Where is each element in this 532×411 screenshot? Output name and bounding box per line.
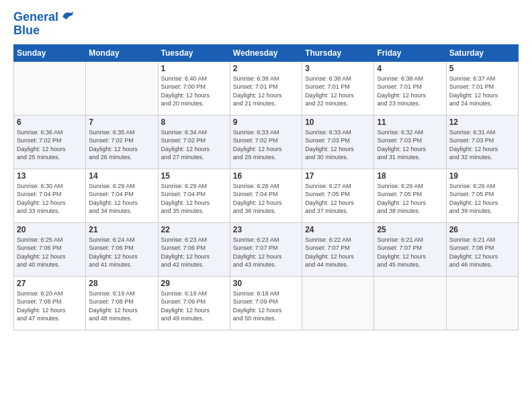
weekday-header-wednesday: Wednesday bbox=[230, 44, 302, 61]
calendar-row: 20Sunrise: 6:25 AM Sunset: 7:06 PM Dayli… bbox=[14, 222, 519, 276]
weekday-header-thursday: Thursday bbox=[302, 44, 374, 61]
day-number: 25 bbox=[377, 225, 443, 234]
day-number: 2 bbox=[233, 64, 299, 73]
day-info: Sunrise: 6:18 AM Sunset: 7:09 PM Dayligh… bbox=[233, 289, 299, 323]
weekday-header-sunday: Sunday bbox=[14, 44, 86, 61]
day-number: 4 bbox=[377, 64, 443, 73]
calendar-cell: 27Sunrise: 6:20 AM Sunset: 7:08 PM Dayli… bbox=[14, 276, 86, 330]
calendar-row: 1Sunrise: 6:40 AM Sunset: 7:00 PM Daylig… bbox=[14, 61, 519, 115]
header: General Blue bbox=[13, 11, 519, 38]
calendar-table: SundayMondayTuesdayWednesdayThursdayFrid… bbox=[13, 44, 519, 330]
logo-bird-icon bbox=[60, 10, 75, 22]
calendar-cell: 10Sunrise: 6:33 AM Sunset: 7:03 PM Dayli… bbox=[302, 115, 374, 169]
day-number: 3 bbox=[305, 64, 371, 73]
calendar-cell: 15Sunrise: 6:29 AM Sunset: 7:04 PM Dayli… bbox=[158, 169, 230, 222]
day-info: Sunrise: 6:31 AM Sunset: 7:03 PM Dayligh… bbox=[449, 128, 515, 162]
day-info: Sunrise: 6:28 AM Sunset: 7:04 PM Dayligh… bbox=[233, 182, 299, 216]
day-number: 14 bbox=[89, 171, 154, 181]
calendar-cell: 7Sunrise: 6:35 AM Sunset: 7:02 PM Daylig… bbox=[86, 115, 158, 169]
day-number: 26 bbox=[449, 225, 515, 234]
calendar-cell: 8Sunrise: 6:34 AM Sunset: 7:02 PM Daylig… bbox=[158, 115, 230, 169]
calendar-cell: 26Sunrise: 6:21 AM Sunset: 7:08 PM Dayli… bbox=[446, 222, 518, 276]
calendar-cell bbox=[446, 276, 518, 330]
day-number: 1 bbox=[161, 64, 227, 73]
day-info: Sunrise: 6:23 AM Sunset: 7:06 PM Dayligh… bbox=[161, 236, 227, 269]
calendar-row: 6Sunrise: 6:36 AM Sunset: 7:02 PM Daylig… bbox=[14, 115, 519, 169]
day-info: Sunrise: 6:30 AM Sunset: 7:04 PM Dayligh… bbox=[17, 182, 83, 216]
day-info: Sunrise: 6:22 AM Sunset: 7:07 PM Dayligh… bbox=[305, 236, 371, 269]
calendar-cell: 28Sunrise: 6:19 AM Sunset: 7:08 PM Dayli… bbox=[86, 276, 158, 330]
calendar-cell: 11Sunrise: 6:32 AM Sunset: 7:03 PM Dayli… bbox=[374, 115, 446, 169]
calendar-cell bbox=[374, 276, 446, 330]
day-number: 19 bbox=[449, 171, 515, 181]
calendar-cell: 29Sunrise: 6:19 AM Sunset: 7:09 PM Dayli… bbox=[158, 276, 230, 330]
day-info: Sunrise: 6:36 AM Sunset: 7:02 PM Dayligh… bbox=[17, 128, 83, 162]
calendar-cell: 14Sunrise: 6:29 AM Sunset: 7:04 PM Dayli… bbox=[86, 169, 158, 222]
day-info: Sunrise: 6:40 AM Sunset: 7:00 PM Dayligh… bbox=[161, 75, 227, 108]
day-info: Sunrise: 6:21 AM Sunset: 7:08 PM Dayligh… bbox=[449, 236, 515, 269]
day-number: 27 bbox=[17, 279, 83, 288]
day-number: 7 bbox=[89, 118, 154, 127]
day-info: Sunrise: 6:19 AM Sunset: 7:09 PM Dayligh… bbox=[161, 289, 227, 323]
calendar-cell bbox=[14, 61, 86, 115]
day-number: 24 bbox=[305, 225, 371, 234]
day-number: 8 bbox=[161, 118, 227, 127]
calendar-cell: 21Sunrise: 6:24 AM Sunset: 7:06 PM Dayli… bbox=[86, 222, 158, 276]
day-info: Sunrise: 6:24 AM Sunset: 7:06 PM Dayligh… bbox=[89, 236, 154, 269]
day-info: Sunrise: 6:19 AM Sunset: 7:08 PM Dayligh… bbox=[89, 289, 154, 323]
day-number: 18 bbox=[377, 171, 443, 181]
calendar-cell: 17Sunrise: 6:27 AM Sunset: 7:05 PM Dayli… bbox=[302, 169, 374, 222]
weekday-header-tuesday: Tuesday bbox=[158, 44, 230, 61]
day-number: 15 bbox=[161, 171, 227, 181]
day-info: Sunrise: 6:29 AM Sunset: 7:04 PM Dayligh… bbox=[89, 182, 154, 216]
weekday-header-monday: Monday bbox=[86, 44, 158, 61]
day-number: 11 bbox=[377, 118, 443, 127]
logo: General Blue bbox=[13, 11, 75, 38]
calendar-header-row: SundayMondayTuesdayWednesdayThursdayFrid… bbox=[14, 44, 519, 61]
day-number: 9 bbox=[233, 118, 299, 127]
calendar-cell: 20Sunrise: 6:25 AM Sunset: 7:06 PM Dayli… bbox=[14, 222, 86, 276]
day-info: Sunrise: 6:37 AM Sunset: 7:01 PM Dayligh… bbox=[449, 75, 515, 108]
day-number: 16 bbox=[233, 171, 299, 181]
day-info: Sunrise: 6:23 AM Sunset: 7:07 PM Dayligh… bbox=[233, 236, 299, 269]
weekday-header-friday: Friday bbox=[374, 44, 446, 61]
calendar-cell: 23Sunrise: 6:23 AM Sunset: 7:07 PM Dayli… bbox=[230, 222, 302, 276]
calendar-cell bbox=[302, 276, 374, 330]
day-info: Sunrise: 6:33 AM Sunset: 7:03 PM Dayligh… bbox=[305, 128, 371, 162]
calendar-cell: 5Sunrise: 6:37 AM Sunset: 7:01 PM Daylig… bbox=[446, 61, 518, 115]
day-number: 20 bbox=[17, 225, 83, 234]
calendar-cell: 30Sunrise: 6:18 AM Sunset: 7:09 PM Dayli… bbox=[230, 276, 302, 330]
day-number: 29 bbox=[161, 279, 227, 288]
day-info: Sunrise: 6:38 AM Sunset: 7:01 PM Dayligh… bbox=[377, 75, 443, 108]
calendar-cell: 6Sunrise: 6:36 AM Sunset: 7:02 PM Daylig… bbox=[14, 115, 86, 169]
calendar-cell: 13Sunrise: 6:30 AM Sunset: 7:04 PM Dayli… bbox=[14, 169, 86, 222]
day-number: 6 bbox=[17, 118, 83, 127]
day-number: 12 bbox=[449, 118, 515, 127]
day-info: Sunrise: 6:21 AM Sunset: 7:07 PM Dayligh… bbox=[377, 236, 443, 269]
day-info: Sunrise: 6:35 AM Sunset: 7:02 PM Dayligh… bbox=[89, 128, 154, 162]
calendar-cell: 9Sunrise: 6:33 AM Sunset: 7:02 PM Daylig… bbox=[230, 115, 302, 169]
calendar-cell: 22Sunrise: 6:23 AM Sunset: 7:06 PM Dayli… bbox=[158, 222, 230, 276]
day-number: 17 bbox=[305, 171, 371, 181]
day-number: 13 bbox=[17, 171, 83, 181]
day-info: Sunrise: 6:34 AM Sunset: 7:02 PM Dayligh… bbox=[161, 128, 227, 162]
day-number: 23 bbox=[233, 225, 299, 234]
day-number: 28 bbox=[89, 279, 154, 288]
day-number: 10 bbox=[305, 118, 371, 127]
day-info: Sunrise: 6:26 AM Sunset: 7:05 PM Dayligh… bbox=[377, 182, 443, 216]
calendar-cell: 1Sunrise: 6:40 AM Sunset: 7:00 PM Daylig… bbox=[158, 61, 230, 115]
calendar-row: 27Sunrise: 6:20 AM Sunset: 7:08 PM Dayli… bbox=[14, 276, 519, 330]
day-info: Sunrise: 6:38 AM Sunset: 7:01 PM Dayligh… bbox=[305, 75, 371, 108]
calendar-cell: 2Sunrise: 6:39 AM Sunset: 7:01 PM Daylig… bbox=[230, 61, 302, 115]
day-info: Sunrise: 6:26 AM Sunset: 7:05 PM Dayligh… bbox=[449, 182, 515, 216]
day-info: Sunrise: 6:33 AM Sunset: 7:02 PM Dayligh… bbox=[233, 128, 299, 162]
weekday-header-saturday: Saturday bbox=[446, 44, 518, 61]
calendar-cell: 16Sunrise: 6:28 AM Sunset: 7:04 PM Dayli… bbox=[230, 169, 302, 222]
logo-text2: Blue bbox=[13, 24, 75, 38]
logo-text: General bbox=[13, 11, 58, 24]
calendar-cell: 4Sunrise: 6:38 AM Sunset: 7:01 PM Daylig… bbox=[374, 61, 446, 115]
day-info: Sunrise: 6:39 AM Sunset: 7:01 PM Dayligh… bbox=[233, 75, 299, 108]
calendar-cell: 25Sunrise: 6:21 AM Sunset: 7:07 PM Dayli… bbox=[374, 222, 446, 276]
day-info: Sunrise: 6:25 AM Sunset: 7:06 PM Dayligh… bbox=[17, 236, 83, 269]
day-number: 21 bbox=[89, 225, 154, 234]
